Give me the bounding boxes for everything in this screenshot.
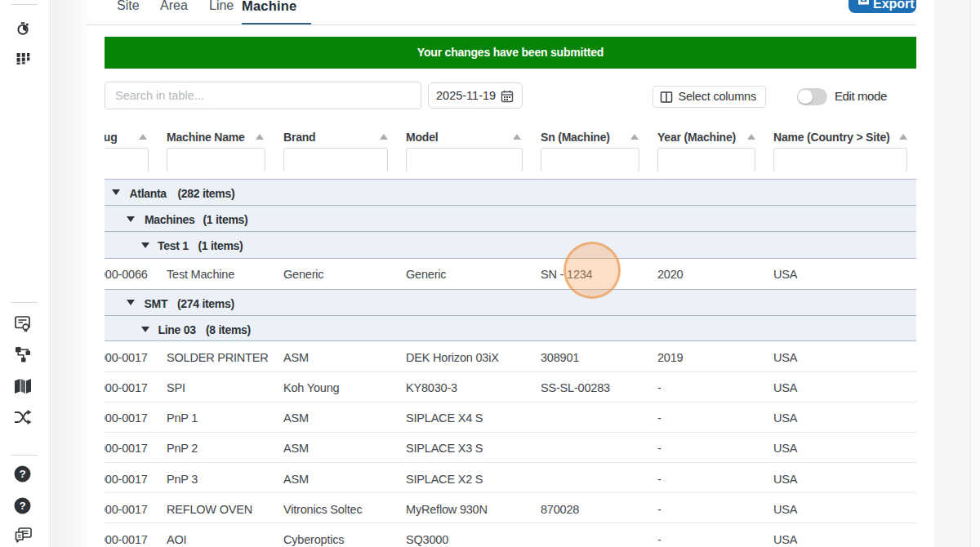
svg-text:?: ? [19,468,25,480]
svg-text:?: ? [19,500,25,512]
